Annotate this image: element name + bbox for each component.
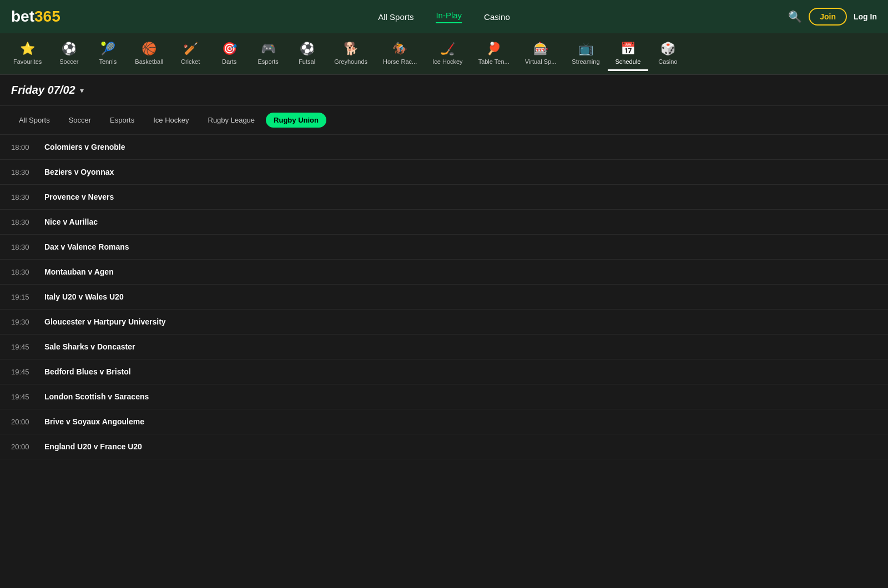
- sport-label: Tennis: [99, 58, 117, 65]
- event-time: 18:30: [11, 268, 44, 276]
- ice-hockey-icon: 🏒: [440, 42, 455, 56]
- esports-icon: 🎮: [261, 42, 276, 56]
- header: bet365 All Sports In-Play Casino 🔍 Join …: [0, 0, 888, 33]
- event-time: 19:45: [11, 368, 44, 376]
- event-name: London Scottish v Saracens: [44, 392, 149, 401]
- header-right: 🔍 Join Log In: [788, 8, 877, 26]
- sport-item-streaming[interactable]: 📺 Streaming: [564, 37, 607, 71]
- filter-tabs: All Sports Soccer Esports Ice Hockey Rug…: [0, 106, 888, 135]
- event-time: 19:30: [11, 318, 44, 326]
- search-icon[interactable]: 🔍: [788, 10, 802, 23]
- sport-item-greyhounds[interactable]: 🐕 Greyhounds: [326, 37, 375, 71]
- filter-all-sports[interactable]: All Sports: [11, 113, 58, 128]
- date-title: Friday 07/02: [11, 84, 75, 97]
- event-time: 19:45: [11, 343, 44, 351]
- sport-item-soccer[interactable]: ⚽ Soccer: [49, 37, 88, 71]
- sport-item-ice-hockey[interactable]: 🏒 Ice Hockey: [425, 37, 470, 71]
- event-time: 20:00: [11, 443, 44, 451]
- table-row[interactable]: 18:30 Nice v Aurillac: [0, 210, 888, 235]
- sport-item-casino[interactable]: 🎲 Casino: [648, 37, 687, 71]
- sport-label: Virtual Sp...: [525, 58, 557, 65]
- table-row[interactable]: 19:30 Gloucester v Hartpury University: [0, 310, 888, 334]
- table-row[interactable]: 19:45 Bedford Blues v Bristol: [0, 359, 888, 384]
- login-button[interactable]: Log In: [854, 12, 877, 21]
- casino-icon: 🎲: [660, 42, 675, 56]
- soccer-icon: ⚽: [62, 42, 77, 56]
- futsal-icon: ⚽: [300, 42, 315, 56]
- join-button[interactable]: Join: [809, 8, 847, 26]
- chevron-down-icon[interactable]: ▾: [80, 86, 84, 95]
- event-name: Italy U20 v Wales U20: [44, 292, 124, 301]
- table-row[interactable]: 18:30 Dax v Valence Romans: [0, 235, 888, 260]
- date-bar: Friday 07/02 ▾: [0, 75, 888, 106]
- sport-label: Favourites: [13, 58, 42, 65]
- event-name: Colomiers v Grenoble: [44, 143, 125, 151]
- table-row[interactable]: 18:30 Montauban v Agen: [0, 260, 888, 285]
- events-list: 18:00 Colomiers v Grenoble 18:30 Beziers…: [0, 135, 888, 459]
- table-row[interactable]: 20:00 England U20 v France U20: [0, 434, 888, 459]
- sport-label: Soccer: [59, 58, 78, 65]
- table-row[interactable]: 19:45 London Scottish v Saracens: [0, 384, 888, 409]
- sport-item-futsal[interactable]: ⚽ Futsal: [287, 37, 326, 71]
- sport-item-darts[interactable]: 🎯 Darts: [210, 37, 249, 71]
- filter-esports[interactable]: Esports: [102, 113, 142, 128]
- event-name: Montauban v Agen: [44, 267, 114, 276]
- sport-item-cricket[interactable]: 🏏 Cricket: [171, 37, 210, 71]
- sport-item-horse-racing[interactable]: 🏇 Horse Rac...: [375, 37, 425, 71]
- cricket-icon: 🏏: [183, 42, 198, 56]
- table-tennis-icon: 🏓: [486, 42, 501, 56]
- event-time: 18:30: [11, 243, 44, 251]
- schedule-icon: 📅: [620, 42, 635, 56]
- event-time: 19:15: [11, 293, 44, 301]
- sport-item-basketball[interactable]: 🏀 Basketball: [127, 37, 171, 71]
- event-time: 19:45: [11, 393, 44, 401]
- sport-label: Ice Hockey: [432, 58, 462, 65]
- logo-bet: bet: [11, 8, 34, 25]
- event-name: Provence v Nevers: [44, 192, 114, 201]
- main-nav: All Sports In-Play Casino: [378, 11, 510, 23]
- logo-365: 365: [34, 8, 60, 25]
- sport-item-tennis[interactable]: 🎾 Tennis: [88, 37, 127, 71]
- filter-soccer[interactable]: Soccer: [61, 113, 99, 128]
- event-name: Sale Sharks v Doncaster: [44, 342, 135, 351]
- greyhounds-icon: 🐕: [344, 42, 359, 56]
- logo[interactable]: bet365: [11, 8, 60, 26]
- table-row[interactable]: 20:00 Brive v Soyaux Angouleme: [0, 409, 888, 434]
- sport-label: Darts: [222, 58, 236, 65]
- sport-item-esports[interactable]: 🎮 Esports: [249, 37, 287, 71]
- table-row[interactable]: 18:30 Beziers v Oyonnax: [0, 160, 888, 185]
- sport-item-schedule[interactable]: 📅 Schedule: [608, 37, 649, 71]
- nav-casino[interactable]: Casino: [484, 12, 510, 22]
- event-time: 18:30: [11, 193, 44, 201]
- event-time: 18:30: [11, 168, 44, 176]
- event-name: Gloucester v Hartpury University: [44, 317, 166, 326]
- sport-item-favourites[interactable]: ⭐ Favourites: [6, 37, 49, 71]
- table-row[interactable]: 19:15 Italy U20 v Wales U20: [0, 285, 888, 310]
- table-row[interactable]: 18:00 Colomiers v Grenoble: [0, 135, 888, 160]
- sport-label: Esports: [258, 58, 278, 65]
- sport-label: Cricket: [181, 58, 200, 65]
- table-row[interactable]: 18:30 Provence v Nevers: [0, 185, 888, 210]
- filter-ice-hockey[interactable]: Ice Hockey: [145, 113, 196, 128]
- sport-item-table-tennis[interactable]: 🏓 Table Ten...: [471, 37, 517, 71]
- sports-nav: ⭐ Favourites ⚽ Soccer 🎾 Tennis 🏀 Basketb…: [0, 33, 888, 75]
- darts-icon: 🎯: [222, 42, 237, 56]
- table-row[interactable]: 19:45 Sale Sharks v Doncaster: [0, 334, 888, 359]
- sport-label: Table Ten...: [478, 58, 509, 65]
- basketball-icon: 🏀: [142, 42, 157, 56]
- sport-item-virtual-sports[interactable]: 🎰 Virtual Sp...: [517, 37, 564, 71]
- sport-label: Streaming: [572, 58, 599, 65]
- event-name: Brive v Soyaux Angouleme: [44, 417, 144, 426]
- sport-label: Casino: [658, 58, 677, 65]
- sport-label: Futsal: [299, 58, 315, 65]
- favourites-icon: ⭐: [20, 42, 35, 56]
- sport-label: Basketball: [135, 58, 163, 65]
- event-name: Bedford Blues v Bristol: [44, 367, 131, 376]
- filter-rugby-union[interactable]: Rugby Union: [266, 113, 326, 128]
- event-time: 18:30: [11, 218, 44, 226]
- nav-in-play[interactable]: In-Play: [436, 11, 462, 23]
- nav-all-sports[interactable]: All Sports: [378, 12, 413, 22]
- virtual-sports-icon: 🎰: [533, 42, 548, 56]
- filter-rugby-league[interactable]: Rugby League: [200, 113, 263, 128]
- tennis-icon: 🎾: [100, 42, 115, 56]
